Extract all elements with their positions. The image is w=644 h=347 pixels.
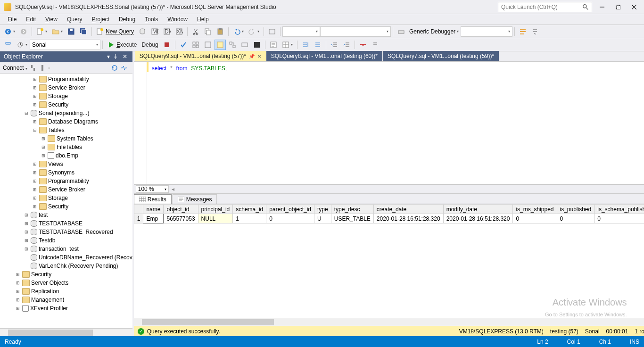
new-query-button[interactable]: New Query bbox=[94, 26, 136, 37]
cell[interactable]: 0 bbox=[266, 214, 314, 223]
debug-target-combo[interactable]: ▾ bbox=[461, 26, 512, 37]
tree-node[interactable]: ⊞Database Diagrams bbox=[0, 117, 132, 126]
cell[interactable]: USER_TABLE bbox=[331, 214, 373, 223]
save-button[interactable] bbox=[66, 26, 77, 37]
col-header[interactable]: is_published bbox=[557, 205, 594, 214]
paste-button[interactable] bbox=[215, 26, 226, 37]
tree-node[interactable]: ⊞Storage bbox=[0, 194, 132, 202]
oe-horizontal-scrollbar[interactable] bbox=[0, 328, 132, 336]
col-header[interactable]: type_desc bbox=[331, 205, 373, 214]
tree-node-dbo-emp[interactable]: ⊞dbo.Emp bbox=[0, 151, 132, 160]
activity-monitor-button[interactable] bbox=[120, 64, 128, 72]
rownum-header[interactable] bbox=[134, 205, 143, 214]
stop-button[interactable] bbox=[39, 64, 46, 72]
find-button[interactable] bbox=[517, 26, 528, 37]
database-combo[interactable]: Sonal▾ bbox=[30, 40, 100, 50]
menu-file[interactable]: File bbox=[3, 15, 21, 24]
quick-launch-input[interactable]: Quick Launch (Ctrl+Q) bbox=[498, 2, 592, 12]
messages-tab[interactable]: Messages bbox=[173, 194, 217, 204]
cell[interactable]: 2020-01-28 16:51:28.320 bbox=[443, 214, 513, 223]
cell[interactable]: 0 bbox=[594, 214, 644, 223]
tree-node[interactable]: ⊞TESTDATABASE bbox=[0, 219, 132, 228]
use-database-button[interactable] bbox=[2, 40, 14, 50]
close-button[interactable] bbox=[628, 2, 640, 12]
disconnect-button[interactable] bbox=[29, 64, 37, 72]
solution-configurations-button[interactable] bbox=[266, 26, 278, 37]
object-explorer-titlebar[interactable]: Object Explorer ▾ ✕ bbox=[0, 51, 132, 62]
object-explorer-tree[interactable]: ⊞Programmability ⊞Service Broker ⊞Storag… bbox=[0, 74, 132, 328]
analysis-services-mdx-button[interactable]: MDX bbox=[149, 26, 160, 37]
debug-button[interactable]: Debug bbox=[140, 40, 160, 50]
col-header[interactable]: principal_id bbox=[198, 205, 233, 214]
menu-tools[interactable]: Tools bbox=[140, 15, 163, 24]
cell[interactable]: U bbox=[314, 214, 331, 223]
results-to-text-button[interactable] bbox=[268, 40, 279, 50]
tree-node[interactable]: ⊞System Tables bbox=[0, 134, 132, 143]
cell[interactable]: Emp bbox=[143, 214, 164, 223]
include-actual-plan-button[interactable] bbox=[215, 40, 226, 50]
refresh-button[interactable] bbox=[111, 64, 118, 72]
generic-debugger-combo[interactable]: Generic Debugger bbox=[407, 26, 461, 37]
tree-node[interactable]: ⊞Views bbox=[0, 160, 132, 168]
minimize-button[interactable] bbox=[596, 2, 608, 12]
solution-platforms-combo[interactable]: ▾ bbox=[320, 26, 391, 37]
tab-sqlquery9[interactable]: SQLQuery9.sql - VM1...onal (testing (57)… bbox=[135, 51, 266, 61]
zoom-combo[interactable]: 100 %▾ bbox=[136, 185, 169, 193]
tab-sqlquery8[interactable]: SQLQuery8.sql - VM1...onal (testing (60)… bbox=[266, 51, 382, 61]
results-to-grid-button[interactable] bbox=[280, 40, 295, 50]
cell[interactable]: 1 bbox=[233, 214, 266, 223]
tree-node[interactable]: ⊞Synonyms bbox=[0, 168, 132, 177]
filter-button[interactable]: ▪ bbox=[48, 65, 50, 71]
tree-node[interactable]: ⊞Replication bbox=[0, 287, 132, 296]
copy-button[interactable] bbox=[202, 26, 214, 37]
overflow-button[interactable] bbox=[529, 26, 541, 37]
uncomment-button[interactable] bbox=[312, 40, 323, 50]
window-position-icon[interactable]: ▾ bbox=[107, 53, 110, 60]
col-header[interactable]: object_id bbox=[164, 205, 198, 214]
table-row[interactable]: 1 Emp 565577053 NULL 1 0 U USER_TABLE 20… bbox=[134, 214, 644, 223]
col-header[interactable]: name bbox=[143, 205, 164, 214]
comment-button[interactable] bbox=[300, 40, 311, 50]
grid-horizontal-scrollbar[interactable] bbox=[134, 318, 644, 326]
tree-node[interactable]: UnicodeDBName_Recovered (Recov bbox=[0, 253, 132, 262]
include-client-stats-button[interactable] bbox=[239, 40, 250, 50]
maximize-button[interactable] bbox=[612, 2, 624, 12]
tree-node-tables[interactable]: ⊟Tables bbox=[0, 126, 132, 134]
query-options-button[interactable] bbox=[202, 40, 214, 50]
cell[interactable]: 2020-01-28 16:51:28.320 bbox=[373, 214, 443, 223]
open-button[interactable] bbox=[50, 26, 65, 37]
overflow-sql-button[interactable] bbox=[370, 40, 381, 50]
tree-node[interactable]: ⊞transaction_test bbox=[0, 245, 132, 253]
tree-node[interactable]: ⊞Security bbox=[0, 100, 132, 109]
tree-node[interactable]: ⊞FileTables bbox=[0, 143, 132, 151]
tree-node[interactable]: ⊞Programmability bbox=[0, 177, 132, 185]
tree-node[interactable]: ⊞TESTDATABASE_Recovered bbox=[0, 228, 132, 236]
hscroll-left[interactable]: ◂ bbox=[172, 186, 174, 192]
col-header[interactable]: modify_date bbox=[443, 205, 513, 214]
col-header[interactable]: is_ms_shipped bbox=[513, 205, 557, 214]
analysis-services-dmx-button[interactable]: DMX bbox=[161, 26, 173, 37]
specify-values-button[interactable] bbox=[357, 40, 369, 50]
tree-node[interactable]: ⊞Server Objects bbox=[0, 279, 132, 287]
tree-node[interactable]: ⊞XEvent Profiler bbox=[0, 304, 132, 313]
menu-project[interactable]: Project bbox=[87, 15, 114, 24]
tree-node[interactable]: ⊞Programmability bbox=[0, 75, 132, 83]
database-engine-query-button[interactable] bbox=[137, 26, 148, 37]
tree-node[interactable]: ⊞Management bbox=[0, 296, 132, 304]
col-header[interactable]: type bbox=[314, 205, 331, 214]
col-header[interactable]: schema_id bbox=[233, 205, 266, 214]
editor-content[interactable]: select * from SYS.TABLES; bbox=[147, 62, 644, 184]
parse-button[interactable] bbox=[178, 40, 189, 50]
pin-icon[interactable] bbox=[112, 53, 119, 60]
increase-indent-button[interactable] bbox=[341, 40, 352, 50]
col-header[interactable]: is_schema_published bbox=[594, 205, 644, 214]
cancel-query-button[interactable] bbox=[161, 40, 173, 50]
tree-node[interactable]: VarLenChk (Recovery Pending) bbox=[0, 262, 132, 270]
menu-query[interactable]: Query bbox=[62, 15, 87, 24]
cell[interactable]: NULL bbox=[198, 214, 233, 223]
col-header[interactable]: parent_object_id bbox=[266, 205, 314, 214]
tree-node[interactable]: ⊞Service Broker bbox=[0, 83, 132, 92]
execute-button[interactable]: Execute bbox=[105, 40, 139, 50]
close-tab-icon[interactable]: ✕ bbox=[257, 54, 261, 59]
display-plan-button[interactable] bbox=[190, 40, 201, 50]
